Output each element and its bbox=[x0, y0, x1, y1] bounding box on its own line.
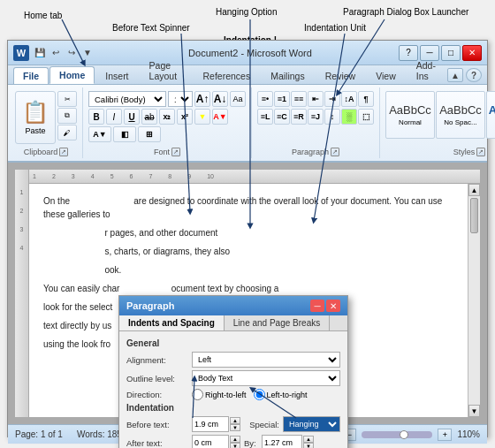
decrease-indent-button[interactable]: ⇤ bbox=[308, 91, 324, 107]
by-spinner-arrows[interactable]: ▲ ▼ bbox=[303, 436, 314, 448]
copy-button[interactable]: ⧉ bbox=[57, 108, 77, 124]
tab-addins[interactable]: Add-Ins bbox=[407, 57, 446, 84]
tab-references[interactable]: References bbox=[193, 67, 260, 84]
hanging-option-label: Hanging Option bbox=[216, 7, 278, 17]
scroll-down-button[interactable]: ▼ bbox=[468, 405, 480, 417]
text-effects-button[interactable]: A▼ bbox=[88, 126, 111, 142]
before-text-input[interactable] bbox=[192, 416, 229, 432]
shading-para-button[interactable]: ░ bbox=[341, 109, 357, 125]
show-para-button[interactable]: ¶ bbox=[358, 91, 374, 107]
border-button[interactable]: ⊞ bbox=[138, 126, 161, 142]
home-tab-label: Home tab bbox=[24, 11, 62, 20]
subscript-button[interactable]: x₂ bbox=[159, 109, 175, 125]
tab-review[interactable]: Review bbox=[316, 67, 365, 84]
close-button[interactable]: ✕ bbox=[462, 45, 482, 61]
format-painter-button[interactable]: 🖌 bbox=[57, 125, 77, 140]
direction-rtl-radio[interactable]: Right-to-left bbox=[192, 389, 247, 400]
alignment-dropdown[interactable]: Left bbox=[192, 352, 340, 368]
align-left-button[interactable]: ≡L bbox=[257, 109, 273, 125]
styles-group: AaBbCc Normal AaBbCc No Spac... AaBbCc H… bbox=[380, 87, 495, 158]
redo-button[interactable]: ↪ bbox=[65, 46, 79, 60]
after-text-up-arrow[interactable]: ▲ bbox=[230, 436, 240, 443]
highlight-button[interactable]: ▼ bbox=[194, 109, 210, 125]
tab-insert[interactable]: Insert bbox=[95, 67, 138, 84]
alignment-row: Alignment: Left bbox=[126, 352, 340, 368]
dialog-tab-line-page[interactable]: Line and Page Breaks bbox=[225, 315, 330, 330]
zoom-in-button[interactable]: + bbox=[438, 429, 452, 441]
direction-ltr-radio[interactable]: Left-to-right bbox=[254, 389, 308, 400]
clipboard-launcher[interactable]: ↗ bbox=[59, 148, 68, 156]
paragraph-group: ≡• ≡1 ≡≡ ⇤ ⇥ ↕A ¶ ≡L ≡C ≡R ≡J ↕ ░ ⬚ bbox=[252, 87, 380, 158]
bullets-button[interactable]: ≡• bbox=[257, 91, 273, 107]
vertical-scrollbar[interactable]: ▲ ▼ bbox=[468, 184, 480, 417]
zoom-slider[interactable] bbox=[362, 431, 432, 438]
border-para-button[interactable]: ⬚ bbox=[358, 109, 374, 125]
tab-home[interactable]: Home bbox=[50, 66, 95, 84]
line-spacing-button[interactable]: ↕ bbox=[324, 109, 340, 125]
sort-button[interactable]: ↕A bbox=[341, 91, 357, 107]
indentation-unit-label: Indentation Unit bbox=[304, 23, 366, 33]
tab-mailings[interactable]: Mailings bbox=[261, 67, 315, 84]
by-up-arrow[interactable]: ▲ bbox=[303, 436, 314, 443]
justify-button[interactable]: ≡J bbox=[308, 109, 324, 125]
dialog-close-button[interactable]: ✕ bbox=[326, 300, 340, 312]
align-right-button[interactable]: ≡R bbox=[291, 109, 307, 125]
font-size-dropdown[interactable]: 11 bbox=[168, 91, 193, 107]
style-normal[interactable]: AaBbCc Normal bbox=[385, 91, 435, 139]
superscript-button[interactable]: x² bbox=[177, 109, 193, 125]
style-heading1[interactable]: AaBbCc Heading 1 bbox=[486, 91, 495, 139]
ribbon-tab-bar: File Home Insert Page Layout References … bbox=[8, 65, 487, 85]
increase-indent-button[interactable]: ⇥ bbox=[324, 91, 340, 107]
italic-button[interactable]: I bbox=[106, 109, 122, 125]
before-text-spinner-label: Before Text Spinner bbox=[112, 23, 190, 33]
scroll-thumb[interactable] bbox=[470, 198, 478, 233]
tab-pagelayout[interactable]: Page Layout bbox=[140, 57, 193, 84]
numbering-button[interactable]: ≡1 bbox=[274, 91, 290, 107]
outline-level-dropdown[interactable]: Body Text bbox=[192, 370, 340, 386]
ribbon-collapse-button[interactable]: ▲ bbox=[447, 68, 463, 82]
by-input[interactable] bbox=[262, 435, 302, 448]
decrease-font-button[interactable]: A↓ bbox=[212, 91, 228, 107]
scroll-track[interactable] bbox=[468, 196, 480, 405]
align-center-button[interactable]: ≡C bbox=[274, 109, 290, 125]
general-section-title: General bbox=[126, 338, 340, 348]
paste-button[interactable]: 📋 Paste bbox=[15, 91, 56, 144]
before-text-up-arrow[interactable]: ▲ bbox=[230, 417, 240, 424]
clear-format-button[interactable]: Aa bbox=[230, 91, 246, 107]
after-text-down-arrow[interactable]: ▼ bbox=[230, 443, 240, 448]
save-button[interactable]: 💾 bbox=[33, 46, 47, 60]
zoom-thumb[interactable] bbox=[400, 430, 408, 439]
shading-button[interactable]: ◧ bbox=[113, 126, 136, 142]
special-dropdown[interactable]: Hanging bbox=[283, 416, 340, 432]
tab-view[interactable]: View bbox=[366, 67, 406, 84]
underline-button[interactable]: U bbox=[124, 109, 140, 125]
scroll-up-button[interactable]: ▲ bbox=[468, 184, 480, 196]
customize-qat-button[interactable]: ▼ bbox=[80, 46, 95, 60]
after-text-spinner-arrows[interactable]: ▲ ▼ bbox=[230, 436, 240, 448]
ribbon-help-button[interactable]: ? bbox=[466, 68, 482, 82]
bold-button[interactable]: B bbox=[88, 109, 104, 125]
multi-list-button[interactable]: ≡≡ bbox=[291, 91, 307, 107]
increase-font-button[interactable]: A↑ bbox=[194, 91, 210, 107]
tab-file[interactable]: File bbox=[13, 67, 49, 84]
before-text-down-arrow[interactable]: ▼ bbox=[230, 424, 240, 431]
alignment-label: Alignment: bbox=[126, 355, 188, 365]
after-text-input[interactable] bbox=[192, 435, 229, 448]
styles-gallery: AaBbCc Normal AaBbCc No Spac... AaBbCc H… bbox=[385, 91, 495, 139]
style-nospacing[interactable]: AaBbCc No Spac... bbox=[436, 91, 485, 139]
paragraph-launcher[interactable]: ↗ bbox=[331, 148, 339, 156]
by-down-arrow[interactable]: ▼ bbox=[303, 443, 314, 448]
undo-button[interactable]: ↩ bbox=[49, 46, 63, 60]
word-window: W 💾 ↩ ↪ ▼ Document2 - Microsoft Word ? ─… bbox=[7, 40, 488, 437]
font-name-dropdown[interactable]: Calibri (Body) bbox=[88, 91, 166, 107]
dialog-tab-indents-spacing[interactable]: Indents and Spacing bbox=[119, 315, 225, 330]
cut-button[interactable]: ✂ bbox=[57, 91, 77, 107]
styles-launcher[interactable]: ↗ bbox=[476, 148, 485, 156]
font-launcher[interactable]: ↗ bbox=[171, 148, 180, 156]
by-label: By: bbox=[244, 438, 258, 448]
before-text-spinner-arrows[interactable]: ▲ ▼ bbox=[230, 417, 240, 431]
dialog-minimize-button[interactable]: ─ bbox=[310, 300, 324, 312]
font-color-button[interactable]: A▼ bbox=[212, 109, 228, 125]
strikethrough-button[interactable]: ab bbox=[141, 109, 157, 125]
doc-paragraph: r pages, and other document bbox=[43, 226, 453, 239]
